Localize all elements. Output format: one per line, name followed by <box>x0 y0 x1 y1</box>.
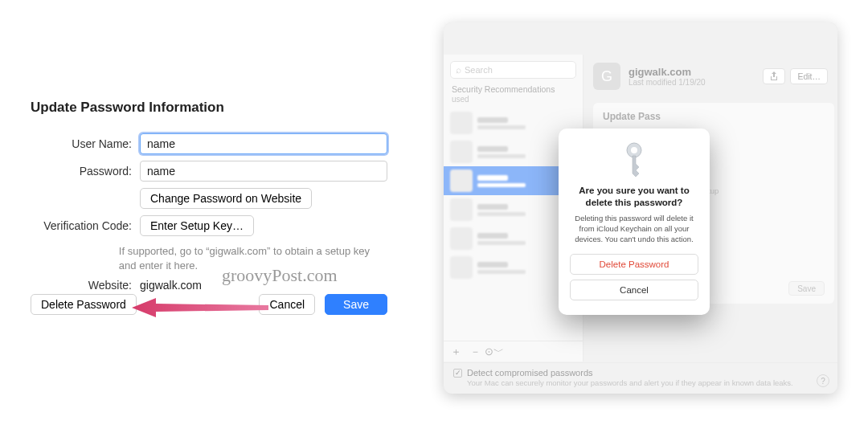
password-input[interactable]: name <box>140 161 387 182</box>
panel-title: Update Password Information <box>31 100 387 116</box>
help-button[interactable]: ? <box>817 374 829 387</box>
security-recommendations-header: Security Recommendations <box>444 82 583 95</box>
site-avatar: G <box>593 63 620 90</box>
remove-button[interactable]: － <box>466 344 484 360</box>
detect-compromised-checkbox[interactable]: ✓ <box>453 369 462 378</box>
edit-button[interactable]: Edit… <box>790 68 828 84</box>
sidebar-search-input[interactable]: Search <box>450 61 576 79</box>
change-password-on-website-button[interactable]: Change Password on Website <box>140 188 312 209</box>
verification-label: Verification Code: <box>31 219 140 232</box>
site-domain: gigwalk.com <box>628 66 706 78</box>
username-input[interactable]: name <box>140 133 387 154</box>
website-value: gigwalk.com <box>140 279 202 292</box>
delete-password-button[interactable]: Delete Password <box>31 294 137 315</box>
window-footer: ✓ Detect compromised passwords Your Mac … <box>444 362 837 394</box>
cancel-button[interactable]: Cancel <box>259 294 315 315</box>
website-label: Website: <box>31 279 140 292</box>
dialog-title: Are you sure you want to delete this pas… <box>570 185 698 209</box>
last-modified-label: Last modified 1/19/20 <box>628 78 706 87</box>
save-button[interactable]: Save <box>325 294 387 315</box>
password-label: Password: <box>31 165 140 178</box>
svg-point-2 <box>631 147 637 153</box>
confirm-delete-dialog: Are you sure you want to delete this pas… <box>559 129 710 315</box>
dialog-cancel-button[interactable]: Cancel <box>570 280 698 300</box>
username-label: User Name: <box>31 137 140 150</box>
security-recommendations-sub: used <box>444 95 583 108</box>
detect-compromised-sub: Your Mac can securely monitor your passw… <box>467 378 828 387</box>
add-button[interactable]: ＋ <box>447 344 465 360</box>
update-password-panel: Update Password Information User Name: n… <box>13 80 405 329</box>
share-icon <box>770 71 778 81</box>
confirm-delete-button[interactable]: Delete Password <box>570 254 698 275</box>
search-icon <box>456 64 461 76</box>
detect-compromised-label: Detect compromised passwords <box>467 368 593 378</box>
dialog-message: Deleting this password will delete it fr… <box>570 214 698 244</box>
enter-setup-key-button[interactable]: Enter Setup Key… <box>140 215 254 236</box>
share-button[interactable] <box>763 68 785 84</box>
setup-key-hint: If supported, go to “gigwalk.com” to obt… <box>119 244 387 272</box>
options-menu-button[interactable]: ⊙﹀ <box>485 344 503 360</box>
key-icon <box>570 141 698 177</box>
